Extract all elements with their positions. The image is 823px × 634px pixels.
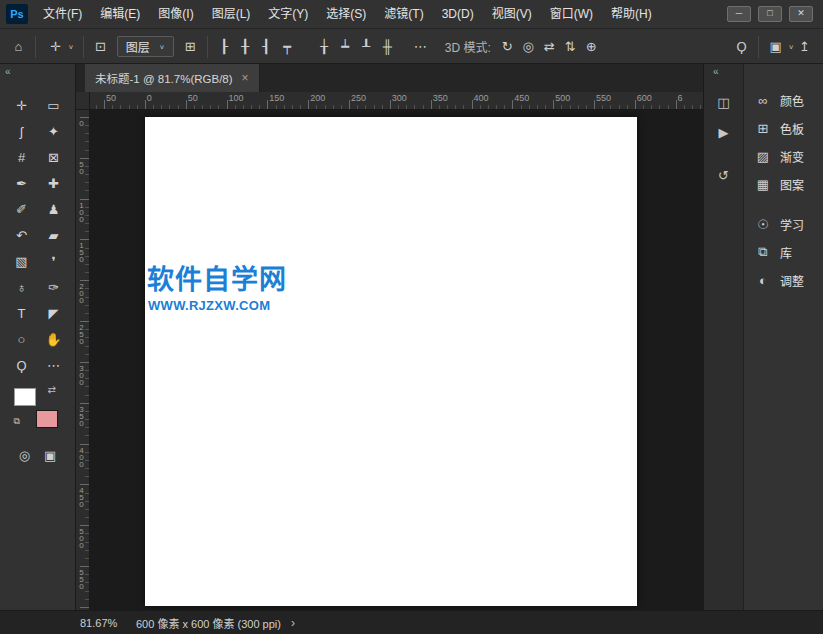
eyedropper-tool[interactable]: ✒ [8,170,36,196]
share-image-icon[interactable]: ↥ [794,35,815,59]
options-bar: ⌂ ✛ ∨ ⊡ 图层 ∨ ⊞ ┠╂┨┯ ╁┷┸╫ ⋯ 3D 模式: ↻◎⇄⇅⊕ … [0,30,823,64]
chevron-down-icon: ∨ [159,43,165,50]
background-color-swatch[interactable] [36,410,58,428]
distribute-icon-group: ╁┷┸╫ [314,35,398,59]
blur-tool[interactable]: ❜ [40,248,68,274]
menu-select[interactable]: 选择(S) [317,0,375,29]
align-center-horizontal-icon[interactable]: ╂ [235,35,256,59]
type-tool[interactable]: T [8,300,36,326]
zoom-level-field[interactable]: 81.67% [80,617,124,629]
actions-panel-icon[interactable]: ▶ [711,120,737,144]
horizontal-ruler[interactable]: 500501001502002503003504004505005506006 [90,92,703,110]
swap-colors-icon[interactable]: ⇄ [48,384,56,395]
history-panel-icon[interactable]: ↺ [711,163,737,187]
v-ruler-label: 400 [77,446,86,467]
menu-edit[interactable]: 编辑(E) [91,0,149,29]
quick-mask-icon[interactable]: ◎ [19,448,30,463]
photoshop-window: Ps 文件(F)编辑(E)图像(I)图层(L)文字(Y)选择(S)滤镜(T)3D… [0,0,823,634]
panel-item-gradients[interactable]: ▨渐变 [744,142,823,170]
menu-view[interactable]: 视图(V) [483,0,541,29]
document-tab[interactable]: 未标题-1 @ 81.7%(RGB/8) × [85,64,260,92]
move-tool-icon: ✛ [45,35,66,59]
pen-tool[interactable]: ✑ [40,274,68,300]
dodge-tool[interactable]: ♁ [8,274,36,300]
home-icon[interactable]: ⌂ [8,35,29,59]
distribute-vertical-icon[interactable]: ┸ [356,35,377,59]
align-center-vertical-icon[interactable]: ╁ [314,35,335,59]
edit-toolbar-icon[interactable]: ⋯ [40,352,68,378]
v-ruler-label: 250 [77,323,86,344]
history-brush-tool[interactable]: ↶ [8,222,36,248]
3d-mode-icon-group: ↻◎⇄⇅⊕ [497,35,602,59]
3d-orbit-icon[interactable]: ↻ [497,35,518,59]
rectangular-marquee-tool[interactable]: ▭ [40,92,68,118]
menu-layer[interactable]: 图层(L) [203,0,260,29]
foreground-color-swatch[interactable] [14,388,36,406]
lasso-tool[interactable]: ʃ [8,118,36,144]
spot-healing-brush-tool[interactable]: ✚ [40,170,68,196]
close-button[interactable]: ✕ [789,6,813,22]
menu-3d[interactable]: 3D(D) [433,0,483,29]
expand-panels-icon[interactable]: « [713,66,719,77]
status-options-chevron-icon[interactable]: › [291,616,295,630]
show-transform-controls-icon[interactable]: ⊞ [180,35,201,59]
search-icon[interactable]: Ϙ [731,35,752,59]
panel-item-learn[interactable]: ☉学习 [744,210,823,238]
h-ruler-label: 300 [392,93,407,103]
panel-item-patterns[interactable]: ▦图案 [744,170,823,198]
auto-select-dropdown[interactable]: 图层 ∨ [117,36,174,57]
align-more-options-icon[interactable]: ⋯ [410,35,431,59]
menu-filter[interactable]: 滤镜(T) [375,0,432,29]
path-selection-tool[interactable]: ◤ [40,300,68,326]
align-bottom-icon[interactable]: ┷ [335,35,356,59]
zoom-tool[interactable]: Ϙ [8,352,36,378]
align-right-icon[interactable]: ┨ [256,35,277,59]
v-ruler-label: 100 [77,201,86,222]
menu-help[interactable]: 帮助(H) [602,0,661,29]
crop-tool[interactable]: # [8,144,36,170]
move-tool[interactable]: ✛ [8,92,36,118]
properties-panel-icon[interactable]: ◫ [711,90,737,114]
ellipse-tool[interactable]: ○ [8,326,36,352]
distribute-horizontal-icon[interactable]: ╫ [377,35,398,59]
toolbar-bottom-buttons: ◎ ▣ [0,448,75,463]
minimize-button[interactable]: ─ [727,6,751,22]
3d-drag-icon[interactable]: ⇄ [539,35,560,59]
canvas[interactable]: 软件自学网 WWW.RJZXW.COM [145,117,637,606]
menu-window[interactable]: 窗口(W) [541,0,602,29]
learn-icon: ☉ [755,217,771,232]
options-separator [758,36,759,58]
vertical-ruler[interactable]: 050100150200250300350400450500550600 [76,110,90,610]
frame-tool[interactable]: ⊠ [40,144,68,170]
v-ruler-label: 350 [77,405,86,426]
menu-image[interactable]: 图像(I) [149,0,202,29]
gradient-tool[interactable]: ▧ [8,248,36,274]
menu-file[interactable]: 文件(F) [34,0,91,29]
screen-mode-icon[interactable]: ▣ [44,448,56,463]
auto-select-icon[interactable]: ⊡ [90,35,111,59]
3d-roll-icon[interactable]: ◎ [518,35,539,59]
close-tab-icon[interactable]: × [242,71,249,85]
object-selection-tool[interactable]: ✦ [40,118,68,144]
panel-item-color[interactable]: ∞颜色 [744,86,823,114]
choose-workspace-button[interactable]: ▣ ∨ [765,35,794,59]
panel-item-libraries[interactable]: ⧉库 [744,238,823,266]
hand-tool[interactable]: ✋ [40,326,68,352]
collapse-tools-icon[interactable]: « [5,66,11,77]
move-tool-button[interactable]: ✛ ∨ [42,35,77,59]
eraser-tool[interactable]: ▰ [40,222,68,248]
panel-item-adjustments[interactable]: ◐调整 [744,266,823,294]
panel-item-swatches[interactable]: ⊞色板 [744,114,823,142]
clone-stamp-tool[interactable]: ♟ [40,196,68,222]
default-colors-icon[interactable]: ⧉ [14,416,20,427]
v-ruler-label: 500 [77,527,86,548]
maximize-button[interactable]: □ [758,6,782,22]
3d-slide-icon[interactable]: ⇅ [560,35,581,59]
h-ruler-label: 600 [637,93,652,103]
align-left-icon[interactable]: ┠ [214,35,235,59]
3d-scale-icon[interactable]: ⊕ [581,35,602,59]
brush-tool[interactable]: ✐ [8,196,36,222]
menu-type[interactable]: 文字(Y) [259,0,317,29]
menu-bar-container: Ps 文件(F)编辑(E)图像(I)图层(L)文字(Y)选择(S)滤镜(T)3D… [0,0,823,29]
align-top-icon[interactable]: ┯ [277,35,298,59]
